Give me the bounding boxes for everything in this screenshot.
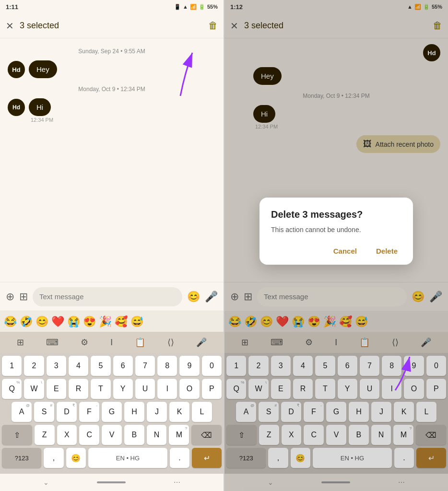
key-l[interactable]: L	[192, 402, 212, 422]
key-t[interactable]: T	[91, 379, 110, 399]
signal-icon: 📶	[190, 4, 197, 10]
left-sticker-button[interactable]: ⊞	[19, 291, 28, 303]
key-8[interactable]: 8	[157, 356, 177, 376]
left-nav-dots[interactable]: ⋯	[174, 479, 180, 486]
dialog-delete-button[interactable]: Delete	[372, 245, 401, 257]
whatsapp-icon: 📱	[174, 4, 181, 10]
key-e[interactable]: E	[47, 379, 66, 399]
date-label-1: Sunday, Sep 24 • 9:55 AM	[8, 48, 216, 55]
delete-dialog-overlay: Delete 3 messages? This action cannot be…	[224, 0, 448, 491]
key-n[interactable]: N	[147, 425, 167, 445]
left-messages-area: Sunday, Sep 24 • 9:55 AM Hd Hey Monday, …	[0, 38, 224, 282]
left-kb-toolbar: ⊞ ⌨ ⚙ Ⅰ 📋 ⟨⟩ 🎤	[0, 332, 224, 353]
key-3[interactable]: 3	[47, 356, 66, 376]
key-6[interactable]: 6	[113, 356, 133, 376]
key-emoji-kbd[interactable]: 😊	[66, 448, 86, 468]
key-f[interactable]: F-	[79, 402, 99, 422]
key-j[interactable]: J	[147, 402, 167, 422]
key-space[interactable]: EN • HG	[88, 448, 167, 468]
key-enter[interactable]: ↵	[192, 448, 222, 468]
dialog-title: Delete 3 messages?	[271, 209, 401, 220]
key-shift[interactable]: ⇧	[2, 425, 32, 445]
key-q[interactable]: Q%	[2, 379, 22, 399]
key-backspace[interactable]: ⌫	[191, 425, 222, 445]
dialog-buttons: Cancel Delete	[271, 245, 401, 257]
key-5[interactable]: 5	[91, 356, 110, 376]
key-s[interactable]: S#	[34, 402, 54, 422]
left-bubble-hi: Hi	[29, 98, 51, 116]
emoji-smile[interactable]: 😊	[35, 316, 48, 328]
dialog-cancel-button[interactable]: Cancel	[330, 245, 361, 257]
emoji-party[interactable]: 🎉	[99, 316, 112, 328]
key-v[interactable]: V	[102, 425, 122, 445]
kb-grid-icon[interactable]: ⊞	[17, 337, 24, 348]
key-w[interactable]: W\	[24, 379, 44, 399]
left-msg-hi: Hd Hi 12:34 PM	[8, 98, 53, 123]
key-x[interactable]: X	[57, 425, 77, 445]
key-comma[interactable]: ,	[44, 448, 63, 468]
dialog-body: This action cannot be undone.	[271, 226, 401, 234]
emoji-sweat[interactable]: 😅	[130, 316, 143, 328]
left-header-title: 3 selected	[20, 21, 202, 31]
left-add-button[interactable]: ⊕	[6, 291, 14, 303]
left-text-input[interactable]	[33, 287, 182, 306]
kb-mic-icon[interactable]: 🎤	[196, 337, 207, 348]
right-arrow-annotation	[371, 338, 419, 395]
key-r[interactable]: R	[69, 379, 88, 399]
right-panel: 1:12 ▲ 📶 🔋 55% ✕ 3 selected 🗑 Hd Hey Mon…	[224, 0, 448, 491]
emoji-rofl[interactable]: 🤣	[20, 316, 33, 328]
left-keyboard: 1 2 3 4 5 6 7 8 9 0 Q% W\ E R T Y U I O …	[0, 353, 224, 474]
kb-keyboard-icon[interactable]: ⌨	[46, 337, 59, 348]
key-c[interactable]: C	[79, 425, 99, 445]
left-delete-button[interactable]: 🗑	[208, 20, 218, 31]
emoji-cry[interactable]: 😭	[67, 316, 80, 328]
emoji-smile2[interactable]: 🥰	[115, 316, 128, 328]
key-z[interactable]: Z	[35, 425, 55, 445]
left-bubble-hey: Hey	[29, 60, 57, 78]
key-period[interactable]: .	[170, 448, 189, 468]
key-g[interactable]: G	[102, 402, 122, 422]
key-a[interactable]: A@	[12, 402, 32, 422]
kb-share-icon[interactable]: ⟨⟩	[167, 337, 174, 348]
key-m[interactable]: M?	[169, 425, 189, 445]
kb-clipboard-icon[interactable]: 📋	[135, 337, 145, 348]
left-status-icons: 📱 ▲ 📶 🔋 55%	[174, 4, 218, 10]
left-close-button[interactable]: ✕	[6, 20, 14, 32]
key-0[interactable]: 0	[202, 356, 222, 376]
kb-cursor-icon[interactable]: Ⅰ	[110, 337, 113, 348]
left-a-row: A@ S# D₹ F- G H J K L	[2, 402, 222, 422]
emoji-heart[interactable]: ❤️	[51, 316, 64, 328]
key-123[interactable]: ?123	[2, 448, 41, 468]
key-b[interactable]: B	[124, 425, 144, 445]
key-y[interactable]: Y	[113, 379, 133, 399]
emoji-star-eyes[interactable]: 😍	[83, 316, 96, 328]
delete-dialog: Delete 3 messages? This action cannot be…	[259, 198, 413, 265]
key-o[interactable]: O	[179, 379, 199, 399]
left-emoji-button[interactable]: 😊	[187, 291, 200, 303]
left-msg-hey: Hd Hey	[8, 60, 57, 78]
left-header: ✕ 3 selected 🗑	[0, 13, 224, 38]
left-mic-button[interactable]: 🎤	[205, 291, 218, 303]
key-p[interactable]: P	[202, 379, 222, 399]
key-d[interactable]: D₹	[57, 402, 77, 422]
kb-settings-icon[interactable]: ⚙	[81, 337, 88, 348]
left-nav-down[interactable]: ⌄	[43, 479, 49, 486]
left-time: 1:11	[6, 3, 18, 11]
key-2[interactable]: 2	[24, 356, 44, 376]
key-1[interactable]: 1	[2, 356, 22, 376]
left-num-row: 1 2 3 4 5 6 7 8 9 0	[2, 356, 222, 376]
emoji-laugh[interactable]: 😂	[4, 316, 17, 328]
left-avatar-hd-2: Hd	[8, 99, 25, 116]
key-k[interactable]: K	[169, 402, 189, 422]
key-9[interactable]: 9	[179, 356, 199, 376]
left-bottom-row: ?123 , 😊 EN • HG . ↵	[2, 448, 222, 468]
left-home-indicator	[97, 481, 126, 483]
key-i[interactable]: I	[157, 379, 177, 399]
key-h[interactable]: H	[124, 402, 144, 422]
battery-icon: 🔋	[199, 4, 205, 10]
key-7[interactable]: 7	[135, 356, 155, 376]
key-u[interactable]: U	[135, 379, 155, 399]
left-bottom-bar: ⌄ ⋯	[0, 474, 224, 491]
left-input-bar: ⊕ ⊞ 😊 🎤	[0, 282, 224, 311]
key-4[interactable]: 4	[69, 356, 88, 376]
